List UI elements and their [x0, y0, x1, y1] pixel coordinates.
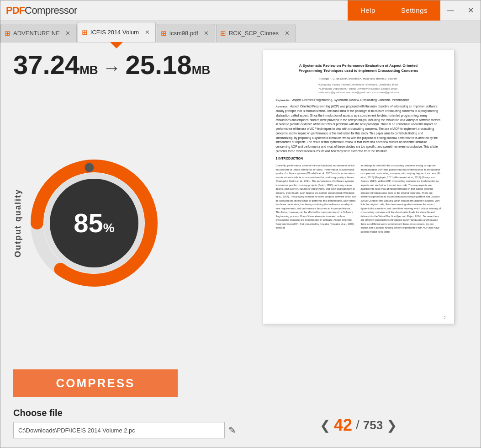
pdf-col-1: Currently, performance is one of the non…: [276, 164, 356, 234]
title-bar-nav: Help Settings: [348, 0, 440, 21]
tab-close-4[interactable]: ✕: [283, 30, 291, 37]
title-bar: PDF Compressor Help Settings — ✕: [0, 0, 481, 21]
pdf-affiliations: ¹Computing Faculty, Federal University o…: [276, 83, 441, 94]
keywords-text: Aspect Oriented Programming, Systematic …: [292, 98, 409, 101]
pdf-col-2: an attempt to deal with the crosscutting…: [361, 164, 441, 234]
file-path-input[interactable]: [13, 422, 225, 438]
tab-close-3[interactable]: ✕: [203, 30, 210, 37]
pdf-page-number: 5: [444, 316, 446, 319]
abstract-text: Aspect Oriented Programming (AOP) was pr…: [276, 105, 441, 153]
pdf-body-cols: Currently, performance is one of the non…: [276, 164, 441, 234]
pdf-abstract-row: Abstract: Aspect Oriented Programming (A…: [276, 104, 441, 154]
main-content: 37.24 MB → 25.18 MB Output quality: [0, 43, 481, 448]
logo-compressor: Compressor: [25, 5, 77, 16]
quality-percent-value: 85: [74, 208, 103, 238]
settings-button[interactable]: Settings: [388, 0, 440, 21]
page-separator: /: [356, 418, 359, 432]
donut-center: 85%: [74, 210, 114, 236]
next-page-button[interactable]: ❯: [386, 418, 397, 433]
pdf-preview: A Systematic Review on Performance Evalu…: [263, 50, 455, 324]
right-panel: A Systematic Review on Performance Evalu…: [247, 43, 481, 448]
tab-pdf-icon-1: ⊞: [5, 29, 11, 37]
size-compressed: 25.18: [126, 52, 192, 78]
left-panel: 37.24 MB → 25.18 MB Output quality: [0, 43, 247, 448]
tab-pdf-icon-2: ⊞: [82, 28, 88, 37]
tab-icsm98[interactable]: ⊞ icsm98.pdf ✕: [157, 24, 215, 42]
pagination: ❮ 42 / 753 ❯: [320, 410, 397, 440]
abstract-label: Abstract:: [276, 105, 288, 109]
total-pages: 753: [363, 418, 383, 432]
close-button[interactable]: ✕: [460, 0, 481, 21]
tab-label-3: icsm98.pdf: [169, 30, 198, 37]
tab-close-2[interactable]: ✕: [143, 29, 151, 36]
prev-page-button[interactable]: ❮: [320, 418, 330, 433]
size-original: 37.24: [13, 52, 79, 78]
tab-label-2: ICEIS 2014 Volum: [90, 29, 139, 36]
logo-pdf: PDF: [6, 5, 25, 16]
compress-button[interactable]: COMPRESS: [13, 369, 178, 397]
tab-iceis[interactable]: ⊞ ICEIS 2014 Volum ✕: [78, 22, 156, 42]
tab-rck[interactable]: ⊞ RCK_SCP_Clones ✕: [216, 24, 296, 42]
minimize-button[interactable]: —: [440, 0, 460, 21]
app-logo: PDF Compressor: [6, 5, 348, 16]
tab-label-1: ADVENTURE NE: [13, 30, 60, 37]
tab-label-4: RCK_SCP_Clones: [229, 30, 279, 37]
size-display: 37.24 MB → 25.18 MB: [13, 52, 236, 78]
current-page: 42: [334, 416, 352, 435]
size-arrow: →: [103, 59, 121, 77]
size-compressed-unit: MB: [192, 63, 210, 77]
size-original-unit: MB: [79, 63, 98, 77]
intro-header: 1 INTRODUCTION: [276, 156, 441, 161]
active-tab-indicator: [110, 42, 123, 48]
app-window: PDF Compressor Help Settings — ✕ ⊞ ADVEN…: [0, 0, 481, 448]
quality-label: Output quality: [13, 189, 23, 257]
donut-chart[interactable]: 85%: [30, 159, 158, 287]
window-controls: — ✕: [440, 0, 481, 21]
choose-file-label: Choose file: [13, 408, 236, 418]
help-button[interactable]: Help: [348, 0, 388, 21]
pdf-title: A Systematic Review on Performance Evalu…: [276, 63, 441, 73]
tab-pdf-icon-4: ⊞: [220, 29, 226, 37]
pdf-authors: Rodrigo F. G. da Silva¹, Marcello A. Mai…: [276, 77, 441, 81]
pdf-keywords-row: Keywords: Aspect Oriented Programming, S…: [276, 98, 441, 102]
choose-file-section: Choose file ✎: [13, 408, 236, 438]
pdf-content: A Systematic Review on Performance Evalu…: [263, 50, 454, 243]
tabs-bar: ⊞ ADVENTURE NE ✕ ⊞ ICEIS 2014 Volum ✕ ⊞ …: [0, 21, 481, 43]
tab-adventure[interactable]: ⊞ ADVENTURE NE ✕: [0, 24, 77, 42]
file-input-row: ✎: [13, 422, 236, 438]
tab-pdf-icon-3: ⊞: [161, 29, 167, 37]
quality-section: Output quality: [13, 87, 236, 358]
keywords-label: Keywords:: [276, 98, 290, 102]
tab-close-1[interactable]: ✕: [64, 30, 72, 37]
file-browse-icon[interactable]: ✎: [228, 425, 236, 436]
quality-percent-symbol: %: [103, 221, 115, 235]
